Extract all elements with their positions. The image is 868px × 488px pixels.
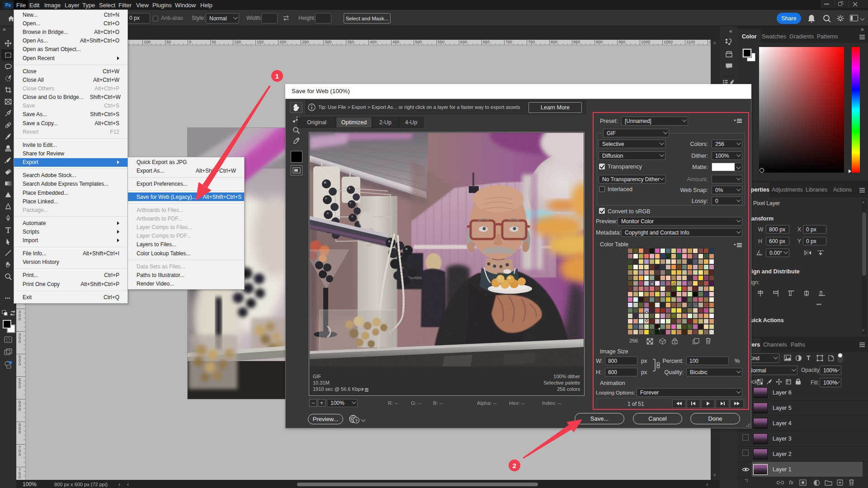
svg-text:1: 1: [275, 72, 279, 80]
svg-text:2: 2: [513, 462, 516, 469]
